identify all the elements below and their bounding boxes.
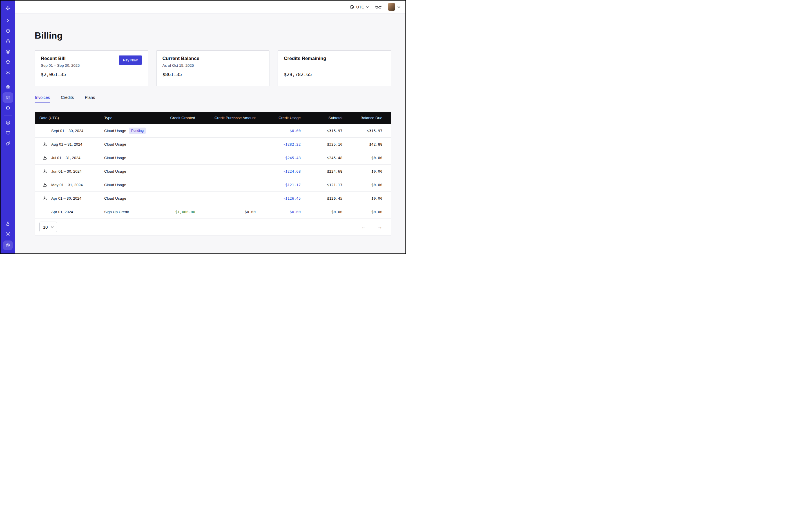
balance-due-cell: $0.00 — [347, 164, 391, 178]
rocket-icon[interactable] — [3, 138, 13, 149]
invoice-type-cell: Cloud Usage — [100, 192, 159, 205]
card-amount: $2,061.35 — [41, 72, 142, 77]
invoice-date: Sept 01 – 30, 2024 — [51, 129, 83, 133]
target-icon[interactable] — [3, 26, 13, 36]
asterisk-icon[interactable] — [3, 67, 13, 78]
column-header: Balance Due — [347, 112, 391, 124]
credit-purchase-cell — [200, 124, 260, 137]
table-header-row: Date (UTC) Type Credit Granted Credit Pu… — [35, 112, 391, 124]
sidebar-divider — [4, 80, 12, 80]
credit-usage-cell: $0.00 — [260, 124, 305, 137]
credit-usage-cell: -$121.17 — [260, 178, 305, 192]
tab-invoices[interactable]: Invoices — [35, 93, 50, 103]
invoice-date-cell: Jun 01 – 30, 2024 — [35, 164, 100, 178]
sidebar: ⚙ — [1, 1, 15, 253]
column-header: Type — [100, 112, 159, 124]
timer-icon[interactable] — [3, 36, 13, 46]
current-balance-card: Current Balance As of Oct 15, 2025 $861.… — [156, 50, 270, 86]
timezone-label: UTC — [356, 5, 364, 9]
credit-granted-cell — [159, 137, 200, 151]
main-content: Billing Recent Bill Pay Now Sep 01 – Sep… — [15, 13, 406, 253]
table-footer: 10 ← → — [35, 218, 391, 235]
credit-granted-cell — [159, 192, 200, 205]
table-row: Jul 01 – 31, 2024 Cloud Usage -$245.48 $… — [35, 151, 391, 164]
download-invoice-icon[interactable] — [43, 142, 47, 146]
invoice-date-cell: Sept 01 – 30, 2024 — [35, 124, 100, 137]
credit-granted-cell — [159, 124, 200, 137]
flask-icon[interactable] — [3, 218, 13, 229]
column-header: Credit Granted — [159, 112, 200, 124]
invoice-date-cell: May 01 – 31, 2024 — [35, 178, 100, 192]
invoice-type-cell: Cloud Usage — [100, 164, 159, 178]
billing-icon[interactable] — [3, 92, 13, 103]
card-amount: $29,782.65 — [284, 72, 385, 77]
cube-icon[interactable] — [3, 57, 13, 67]
invoice-type-cell: Cloud Usage — [100, 151, 159, 164]
page-title: Billing — [35, 31, 391, 41]
credit-granted-cell: $1,000.00 — [159, 205, 200, 218]
column-header: Date (UTC) — [35, 112, 100, 124]
user-menu[interactable] — [388, 3, 400, 11]
column-header: Subtotal — [305, 112, 347, 124]
credit-granted-cell — [159, 151, 200, 164]
currency-network-icon[interactable] — [3, 82, 13, 92]
balance-due-cell: $0.00 — [347, 205, 391, 218]
page-size-select[interactable]: 10 — [39, 222, 57, 232]
pay-now-button[interactable]: Pay Now — [119, 55, 142, 65]
credit-granted-cell — [159, 178, 200, 192]
credit-usage-cell: -$282.22 — [260, 137, 305, 151]
download-invoice-icon[interactable] — [43, 156, 47, 160]
subtotal-cell: $121.17 — [305, 178, 347, 192]
table-row: May 01 – 31, 2024 Cloud Usage -$121.17 $… — [35, 178, 391, 192]
prev-page-button[interactable]: ← — [361, 224, 366, 230]
card-title: Current Balance — [163, 56, 263, 61]
invoice-date-cell: Apr 01, 2024 — [35, 205, 100, 218]
sun-icon[interactable] — [3, 229, 13, 239]
layers-icon[interactable] — [3, 46, 13, 57]
recent-bill-card: Recent Bill Pay Now Sep 01 – Sep 30, 202… — [35, 50, 148, 86]
tab-credits[interactable]: Credits — [60, 93, 74, 103]
sidebar-divider — [4, 115, 12, 116]
avatar — [388, 3, 395, 11]
invoices-table-grid: Date (UTC) Type Credit Granted Credit Pu… — [35, 112, 391, 218]
close-circle-icon[interactable] — [3, 118, 13, 128]
invoice-date: Apr 01, 2024 — [51, 210, 73, 214]
invoice-date-cell: Aug 01 – 31, 2024 — [35, 137, 100, 151]
credit-usage-cell: -$224.68 — [260, 164, 305, 178]
invoice-type-cell: Sign Up Credit — [100, 205, 159, 218]
invoice-date-cell: Jul 01 – 31, 2024 — [35, 151, 100, 164]
invoice-date: Jul 01 – 31, 2024 — [51, 156, 81, 160]
download-invoice-icon[interactable] — [43, 182, 47, 187]
table-row: Apr 01, 2024 Sign Up Credit $1,000.00 $0… — [35, 205, 391, 218]
pagination-controls: ← → — [361, 224, 382, 230]
invoice-type-cell: Cloud Usage — [100, 178, 159, 192]
balance-due-cell: $0.00 — [347, 192, 391, 205]
invoice-type-cell: Cloud UsagePending — [100, 124, 159, 137]
credits-icon[interactable] — [3, 241, 13, 250]
credit-usage-cell: -$245.48 — [260, 151, 305, 164]
tab-plans[interactable]: Plans — [84, 93, 95, 103]
next-page-button[interactable]: → — [377, 224, 382, 230]
credit-granted-cell — [159, 164, 200, 178]
balance-due-cell: $0.00 — [347, 178, 391, 192]
collapse-icon[interactable] — [3, 15, 13, 26]
page-size-value: 10 — [43, 225, 48, 229]
invoice-date: Jun 01 – 30, 2024 — [51, 169, 82, 173]
gear-icon: ⚙ — [5, 105, 10, 111]
chevron-down-icon — [51, 226, 53, 228]
credit-purchase-cell — [200, 151, 260, 164]
subtotal-cell: $325.10 — [305, 137, 347, 151]
glasses-icon[interactable] — [375, 5, 382, 9]
table-row: Sept 01 – 30, 2024 Cloud UsagePending $0… — [35, 124, 391, 137]
invoice-date-cell: Apr 01 – 30, 2024 — [35, 192, 100, 205]
settings-icon[interactable]: ⚙ — [3, 103, 13, 113]
credit-purchase-cell — [200, 178, 260, 192]
logo-icon[interactable] — [5, 3, 11, 13]
invoice-date: Aug 01 – 31, 2024 — [51, 142, 82, 146]
column-header: Credit Usage — [260, 112, 305, 124]
timezone-dropdown[interactable]: UTC — [350, 5, 369, 9]
download-invoice-icon[interactable] — [43, 169, 47, 173]
balance-due-cell: $42.88 — [347, 137, 391, 151]
download-invoice-icon[interactable] — [43, 196, 47, 201]
display-icon[interactable] — [3, 128, 13, 138]
